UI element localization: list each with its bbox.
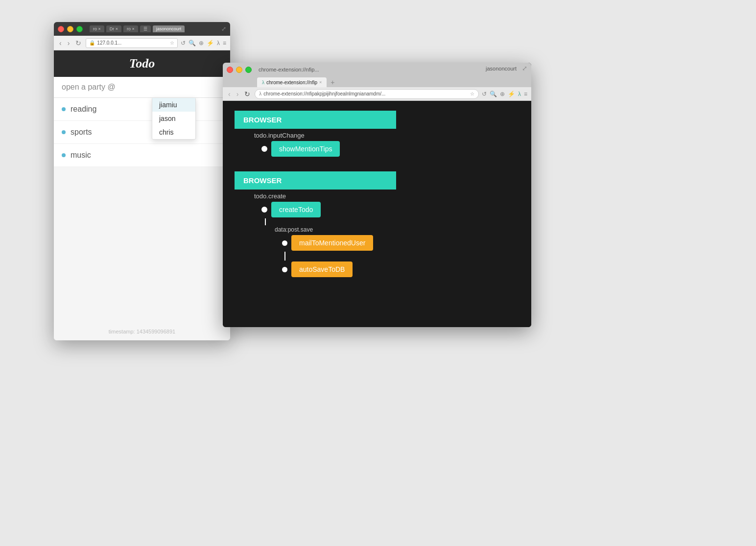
ext-reload-button[interactable]: ↻ — [243, 90, 252, 98]
handler-dot-createtodo — [261, 207, 267, 213]
todo-item-label: sports — [71, 128, 92, 137]
todo-input-row: jiamiu jason chris — [54, 77, 230, 98]
ext-fullscreen-button[interactable] — [245, 67, 252, 73]
star-icon: ☆ — [170, 40, 174, 46]
refresh-icon[interactable]: ↺ — [181, 40, 186, 47]
section-inputchange: BROWSER todo.inputChange showMentionTips — [235, 111, 520, 157]
zoom-icon[interactable]: 🔍 — [189, 40, 196, 47]
address-bar[interactable]: 🔒 127.0.0.1... ☆ — [86, 38, 178, 48]
ext-menu-icon[interactable]: ≡ — [524, 91, 527, 97]
ext-star-icon: ☆ — [470, 91, 474, 96]
handler-createtodo-row: createTodo — [261, 202, 520, 217]
mention-item-chris[interactable]: chris — [152, 125, 195, 139]
minimize-button[interactable] — [67, 26, 73, 32]
todo-item-music[interactable]: music — [54, 144, 230, 167]
ext-puzzle-icon[interactable]: ⚡ — [508, 91, 515, 97]
handler-dot-mail — [282, 240, 287, 246]
fullscreen-button[interactable] — [76, 26, 83, 32]
nav-icons: ↺ 🔍 ⊕ ⚡ λ ≡ — [181, 40, 226, 47]
ext-tabs-row: λ chrome-extension://nfip × + — [223, 76, 531, 87]
ext-title-bar: chrome-extension://nfip... jasononcourt … — [223, 63, 531, 76]
todo-nav-bar: ‹ › ↻ 🔒 127.0.0.1... ☆ ↺ 🔍 ⊕ ⚡ λ ≡ — [54, 36, 230, 50]
tab-dr[interactable]: Dr × — [106, 25, 121, 32]
puzzle-icon[interactable]: ⚡ — [207, 40, 214, 47]
ext-tab-label: chrome-extension://nfip — [266, 80, 317, 85]
ext-nav-bar: ‹ › ↻ λ chrome-extension://nfipakpjpijih… — [223, 87, 531, 101]
event-create: todo.create — [254, 192, 520, 200]
todo-item-reading[interactable]: reading — [54, 98, 230, 121]
todo-dot — [62, 153, 66, 157]
close-button[interactable] — [58, 26, 64, 32]
todo-dot — [62, 130, 66, 134]
section-create: BROWSER todo.create createTodo data:post… — [235, 171, 520, 277]
ext-nav-icons: ↺ 🔍 ⊕ ⚡ λ ≡ — [482, 91, 527, 97]
connector-line-2 — [284, 252, 285, 261]
ext-forward-button[interactable]: › — [235, 90, 240, 98]
handler-mailToMentionedUser-row: mailToMentionedUser — [282, 235, 520, 251]
ext-minimize-button[interactable] — [236, 67, 242, 73]
ext-expand-icon[interactable]: ⤢ — [522, 65, 527, 72]
lambda-icon[interactable]: λ — [217, 40, 220, 47]
ext-tab-active[interactable]: λ chrome-extension://nfip × — [257, 77, 327, 87]
connector-line-1 — [265, 218, 266, 225]
browser-label-1: BROWSER — [235, 111, 396, 129]
handler-dot-showmentiontips — [261, 146, 267, 152]
todo-item-label: reading — [71, 105, 96, 114]
todo-list: reading sports music — [54, 98, 230, 167]
todo-title-bar: ro × Dr × ro × ☰ jasononcourt ⤢ — [54, 22, 230, 36]
back-button[interactable]: ‹ — [58, 39, 63, 47]
mention-item-jason[interactable]: jason — [152, 112, 195, 125]
event-inputchange-label: todo.inputChange — [254, 132, 305, 139]
todo-body: jiamiu jason chris reading sports music — [54, 77, 230, 167]
todo-item-sports[interactable]: sports — [54, 121, 230, 144]
ext-address-bar[interactable]: λ chrome-extension://nfipakpjpijihnjfoea… — [255, 89, 479, 99]
forward-button[interactable]: › — [66, 39, 71, 47]
showmentiontips-button[interactable]: showMentionTips — [271, 141, 340, 157]
ext-tab-icon: λ — [262, 80, 264, 85]
extension-window: chrome-extension://nfip... jasononcourt … — [223, 63, 531, 327]
event-inputchange: todo.inputChange — [254, 132, 520, 139]
ext-back-button[interactable]: ‹ — [227, 90, 232, 98]
ext-user: jasononcourt — [486, 66, 517, 71]
ext-circle-icon[interactable]: ⊕ — [500, 91, 505, 97]
handler-autoSaveToDB-row: autoSaveToDB — [282, 261, 520, 277]
sub-event-postSave: data:post.save — [275, 226, 520, 233]
ext-tab-close[interactable]: × — [319, 80, 322, 85]
ext-lambda-icon[interactable]: λ — [518, 91, 521, 97]
app-title: Todo — [62, 56, 222, 71]
reload-button[interactable]: ↻ — [74, 39, 83, 47]
ext-address-text: chrome-extension://nfipakpjpijihnjfoealn… — [263, 91, 385, 96]
handler-showmentiontips-row: showMentionTips — [261, 141, 520, 157]
ext-body: BROWSER todo.inputChange showMentionTips… — [223, 101, 531, 327]
createtodo-button[interactable]: createTodo — [271, 202, 321, 217]
new-tab-button[interactable]: + — [328, 77, 337, 87]
todo-item-label: music — [71, 151, 91, 160]
todo-input-field[interactable] — [62, 83, 222, 92]
ext-close-button[interactable] — [227, 67, 233, 73]
todo-footer: timestamp: 1434599096891 — [54, 323, 230, 340]
mention-item-jiamiu[interactable]: jiamiu — [152, 98, 195, 112]
todo-window: ro × Dr × ro × ☰ jasononcourt ⤢ ‹ › ↻ 🔒 … — [54, 22, 230, 340]
ext-refresh-icon[interactable]: ↺ — [482, 91, 487, 97]
address-text: 127.0.0.1... — [97, 40, 121, 46]
circle-icon[interactable]: ⊕ — [199, 40, 204, 47]
ext-title-text: chrome-extension://nfip... — [259, 67, 319, 72]
ext-zoom-icon[interactable]: 🔍 — [490, 91, 497, 97]
lock-icon: 🔒 — [89, 40, 95, 46]
tab-ro-2[interactable]: ro × — [123, 25, 138, 32]
expand-icon[interactable]: ⤢ — [221, 25, 226, 32]
sub-event-postSave-label: data:post.save — [275, 226, 313, 233]
timestamp-text: timestamp: 1434599096891 — [109, 329, 175, 334]
tab-menu[interactable]: ☰ — [140, 25, 151, 32]
mailToMentionedUser-button[interactable]: mailToMentionedUser — [291, 235, 373, 251]
todo-dot — [62, 107, 66, 111]
tab-user-active[interactable]: jasononcourt — [153, 25, 185, 32]
tab-ro-1[interactable]: ro × — [90, 25, 104, 32]
browser-label-2: BROWSER — [235, 171, 396, 190]
handler-dot-autosave — [282, 267, 287, 272]
autoSaveToDB-button[interactable]: autoSaveToDB — [291, 261, 353, 277]
menu-icon[interactable]: ≡ — [223, 40, 226, 47]
mention-dropdown[interactable]: jiamiu jason chris — [152, 97, 196, 140]
ext-lock-icon: λ — [259, 91, 261, 96]
event-create-label: todo.create — [254, 192, 286, 200]
